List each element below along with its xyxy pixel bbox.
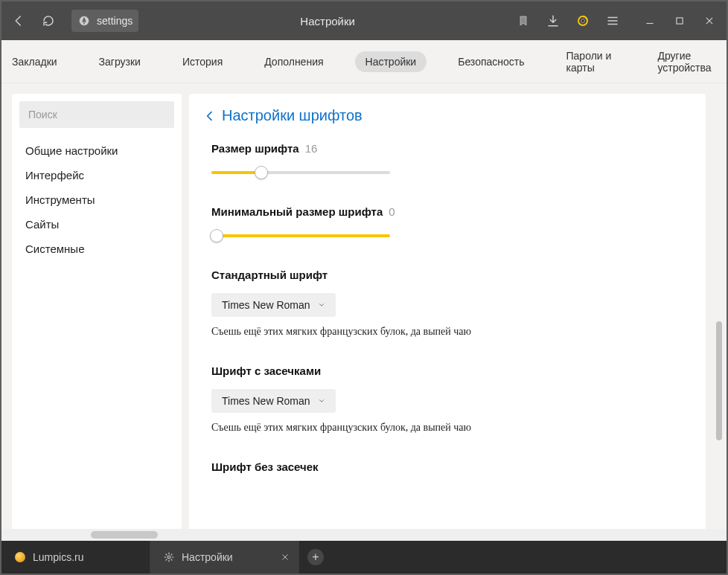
tab-passwords[interactable]: Пароли и карты xyxy=(556,45,627,78)
browser-tab-label: Настройки xyxy=(182,551,233,563)
standard-font-selected: Times New Roman xyxy=(222,299,310,311)
section-min-font-size: Минимальный размер шрифта 0 xyxy=(211,205,688,242)
content-header[interactable]: Настройки шрифтов xyxy=(204,107,688,124)
section-font-size: Размер шрифта 16 xyxy=(211,142,688,179)
sans-font-label: Шрифт без засечек xyxy=(211,460,319,473)
browser-tab-lumpics[interactable]: Lumpics.ru xyxy=(1,541,150,574)
tab-history[interactable]: История xyxy=(172,51,233,72)
menu-icon[interactable] xyxy=(606,14,619,28)
section-sans-font: Шрифт без засечек xyxy=(211,460,688,473)
yandex-logo-icon xyxy=(77,14,91,28)
body: Поиск Общие настройки Интерфейс Инструме… xyxy=(1,83,727,529)
section-standard-font: Стандартный шрифт Times New Roman Съешь … xyxy=(211,269,688,338)
sidebar-item-interface[interactable]: Интерфейс xyxy=(12,163,182,187)
url-text: settings xyxy=(97,15,132,27)
tab-bookmarks[interactable]: Закладки xyxy=(1,51,68,72)
min-font-size-slider[interactable] xyxy=(211,230,390,242)
back-icon[interactable] xyxy=(12,14,25,28)
min-font-size-label: Минимальный размер шрифта xyxy=(211,205,383,218)
serif-font-sample: Съешь ещё этих мягких французских булок,… xyxy=(211,422,688,434)
serif-font-dropdown[interactable]: Times New Roman xyxy=(211,389,336,413)
content-header-title: Настройки шрифтов xyxy=(222,107,363,124)
chevron-left-icon xyxy=(204,110,216,122)
bookmark-icon[interactable] xyxy=(517,14,530,28)
browser-tab-settings[interactable]: Настройки xyxy=(150,541,299,574)
tab-security[interactable]: Безопасность xyxy=(447,51,534,72)
font-size-label: Размер шрифта xyxy=(211,142,299,155)
svg-point-2 xyxy=(581,19,585,23)
titlebar-right xyxy=(517,14,716,28)
close-icon[interactable] xyxy=(703,14,716,28)
horizontal-scrollbar[interactable] xyxy=(1,529,727,541)
content-panel: Настройки шрифтов Размер шрифта 16 Миним… xyxy=(189,94,706,529)
chevron-down-icon xyxy=(318,397,325,405)
serif-font-label: Шрифт с засечками xyxy=(211,364,321,377)
plus-icon: + xyxy=(312,550,319,564)
svg-rect-3 xyxy=(677,18,683,24)
sidebar: Поиск Общие настройки Интерфейс Инструме… xyxy=(12,94,182,529)
gear-icon xyxy=(164,552,174,562)
tab-addons[interactable]: Дополнения xyxy=(254,51,333,72)
new-tab-button[interactable]: + xyxy=(299,541,332,574)
tab-settings[interactable]: Настройки xyxy=(355,51,427,72)
serif-font-selected: Times New Roman xyxy=(222,395,310,407)
min-font-size-value: 0 xyxy=(389,205,395,218)
standard-font-label: Стандартный шрифт xyxy=(211,269,328,281)
font-size-value: 16 xyxy=(305,142,318,155)
chevron-down-icon xyxy=(318,301,325,309)
favicon-icon xyxy=(15,552,25,562)
sidebar-item-sites[interactable]: Сайты xyxy=(12,212,182,237)
download-icon[interactable] xyxy=(546,14,560,28)
sidebar-item-general[interactable]: Общие настройки xyxy=(12,138,182,163)
svg-point-4 xyxy=(167,556,170,559)
titlebar-left: settings xyxy=(12,10,138,32)
nav-tabs: Закладки Загрузки История Дополнения Нас… xyxy=(1,40,727,83)
standard-font-sample: Съешь ещё этих мягких французских булок,… xyxy=(211,326,688,338)
browser-window: settings Настройки xyxy=(0,0,728,575)
font-size-slider[interactable] xyxy=(211,167,390,179)
browser-tab-label: Lumpics.ru xyxy=(33,551,83,563)
search-input[interactable]: Поиск xyxy=(19,101,174,128)
page-title: Настройки xyxy=(155,15,500,28)
sidebar-item-tools[interactable]: Инструменты xyxy=(12,187,182,212)
standard-font-dropdown[interactable]: Times New Roman xyxy=(211,293,336,317)
extension-icon[interactable] xyxy=(576,14,590,28)
vertical-scrollbar[interactable] xyxy=(713,83,724,529)
tab-close-icon[interactable] xyxy=(281,553,290,562)
window-buttons xyxy=(643,14,716,28)
sidebar-item-system[interactable]: Системные xyxy=(12,237,182,261)
tab-downloads[interactable]: Загрузки xyxy=(89,51,151,72)
minimize-icon[interactable] xyxy=(643,14,657,28)
maximize-icon[interactable] xyxy=(673,14,686,28)
url-box[interactable]: settings xyxy=(71,10,138,32)
titlebar: settings Настройки xyxy=(1,1,727,40)
tab-other-devices[interactable]: Другие устройства xyxy=(647,45,727,78)
tab-strip: Lumpics.ru Настройки + xyxy=(1,541,727,574)
reload-icon[interactable] xyxy=(42,14,55,28)
section-serif-font: Шрифт с засечками Times New Roman Съешь … xyxy=(211,364,688,434)
